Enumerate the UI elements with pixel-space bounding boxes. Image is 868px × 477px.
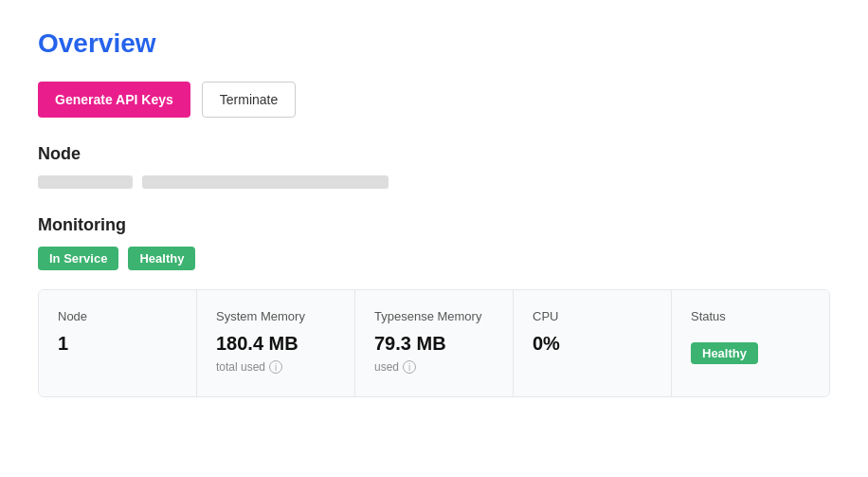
info-icon-typesense-memory[interactable]: i [403, 360, 416, 374]
generate-api-keys-button[interactable]: Generate API Keys [38, 82, 190, 118]
cell-node: Node 1 [39, 290, 197, 396]
cell-system-memory: System Memory 180.4 MB total used i [197, 290, 355, 396]
node-section-label: Node [38, 144, 830, 164]
monitoring-section: Monitoring In Service Healthy Node 1 Sys… [38, 215, 830, 397]
monitoring-table: Node 1 System Memory 180.4 MB total used… [38, 289, 830, 397]
status-badge: Healthy [691, 342, 758, 364]
node-info [38, 175, 830, 189]
cell-sub-system-memory: total used i [216, 360, 335, 374]
cell-value-system-memory: 180.4 MB [216, 333, 335, 355]
info-icon-system-memory[interactable]: i [269, 360, 282, 374]
monitoring-label: Monitoring [38, 215, 830, 235]
badge-in-service: In Service [38, 247, 118, 270]
cell-header-system-memory: System Memory [216, 309, 335, 323]
page-title: Overview [38, 28, 830, 59]
cell-status: Status Healthy [672, 290, 829, 396]
cell-cpu: CPU 0% [514, 290, 672, 396]
cell-typesense-memory: Typesense Memory 79.3 MB used i [355, 290, 514, 396]
badge-healthy: Healthy [128, 247, 195, 270]
cell-value-node: 1 [58, 333, 177, 355]
cell-sub-typesense-memory: used i [374, 360, 494, 374]
terminate-button[interactable]: Terminate [202, 82, 296, 118]
node-redacted-1 [38, 175, 133, 189]
cell-header-status: Status [691, 309, 810, 323]
cell-header-cpu: CPU [533, 309, 652, 323]
cell-header-node: Node [58, 309, 177, 323]
button-row: Generate API Keys Terminate [38, 82, 830, 118]
node-redacted-2 [142, 175, 389, 189]
monitoring-badges: In Service Healthy [38, 247, 830, 270]
cell-value-cpu: 0% [533, 333, 652, 355]
cell-value-typesense-memory: 79.3 MB [374, 333, 494, 355]
cell-header-typesense-memory: Typesense Memory [374, 309, 494, 323]
